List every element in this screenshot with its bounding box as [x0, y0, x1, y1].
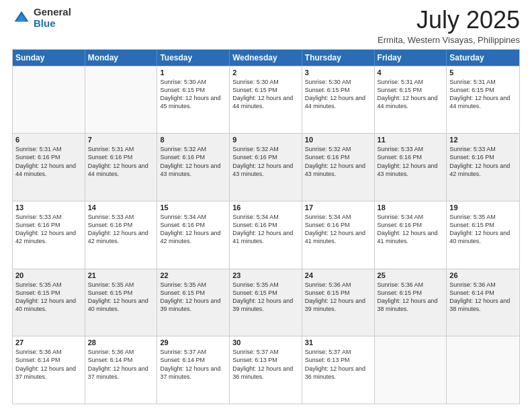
day-number: 8 — [160, 136, 226, 144]
day-number: 28 — [88, 338, 154, 347]
page: General Blue July 2025 Ermita, Western V… — [0, 0, 532, 411]
calendar-cell: 24Sunrise: 5:36 AM Sunset: 6:15 PM Dayli… — [302, 269, 375, 336]
calendar-cell: 8Sunrise: 5:32 AM Sunset: 6:16 PM Daylig… — [157, 134, 230, 201]
calendar-cell: 6Sunrise: 5:31 AM Sunset: 6:16 PM Daylig… — [13, 134, 85, 201]
day-number: 4 — [378, 68, 444, 77]
calendar-cell — [85, 66, 158, 134]
day-number: 11 — [378, 136, 444, 144]
title-block: July 2025 Ermita, Western Visayas, Phili… — [378, 7, 520, 45]
day-info: Sunrise: 5:30 AM Sunset: 6:15 PM Dayligh… — [160, 78, 226, 111]
calendar-cell: 28Sunrise: 5:36 AM Sunset: 6:14 PM Dayli… — [85, 336, 158, 404]
day-info: Sunrise: 5:36 AM Sunset: 6:15 PM Dayligh… — [305, 281, 371, 314]
calendar-header-cell: Wednesday — [230, 50, 302, 66]
calendar-cell: 18Sunrise: 5:34 AM Sunset: 6:16 PM Dayli… — [375, 201, 447, 269]
day-number: 24 — [305, 271, 371, 279]
calendar-cell: 21Sunrise: 5:35 AM Sunset: 6:15 PM Dayli… — [85, 269, 158, 336]
day-info: Sunrise: 5:36 AM Sunset: 6:14 PM Dayligh… — [15, 348, 82, 381]
day-info: Sunrise: 5:34 AM Sunset: 6:16 PM Dayligh… — [305, 213, 371, 246]
calendar-cell: 15Sunrise: 5:34 AM Sunset: 6:16 PM Dayli… — [157, 201, 230, 269]
day-number: 13 — [15, 203, 82, 212]
day-info: Sunrise: 5:36 AM Sunset: 6:14 PM Dayligh… — [88, 348, 154, 381]
day-number: 20 — [15, 271, 82, 279]
day-number: 30 — [232, 338, 299, 347]
calendar-cell: 3Sunrise: 5:30 AM Sunset: 6:15 PM Daylig… — [302, 66, 375, 134]
calendar-cell: 7Sunrise: 5:31 AM Sunset: 6:16 PM Daylig… — [85, 134, 158, 201]
logo-text: General Blue — [34, 7, 71, 29]
calendar-cell: 16Sunrise: 5:34 AM Sunset: 6:16 PM Dayli… — [230, 201, 302, 269]
day-info: Sunrise: 5:36 AM Sunset: 6:14 PM Dayligh… — [449, 281, 517, 314]
calendar-cell: 17Sunrise: 5:34 AM Sunset: 6:16 PM Dayli… — [302, 201, 375, 269]
day-number: 26 — [449, 271, 517, 279]
calendar-cell — [13, 66, 85, 134]
day-info: Sunrise: 5:33 AM Sunset: 6:16 PM Dayligh… — [88, 213, 154, 246]
calendar-cell: 4Sunrise: 5:31 AM Sunset: 6:15 PM Daylig… — [375, 66, 447, 134]
day-info: Sunrise: 5:37 AM Sunset: 6:13 PM Dayligh… — [305, 348, 371, 381]
day-number: 27 — [15, 338, 82, 347]
day-info: Sunrise: 5:32 AM Sunset: 6:16 PM Dayligh… — [160, 145, 226, 178]
subtitle: Ermita, Western Visayas, Philippines — [378, 35, 520, 45]
logo-general: General — [34, 7, 71, 18]
day-info: Sunrise: 5:30 AM Sunset: 6:15 PM Dayligh… — [305, 78, 371, 111]
day-info: Sunrise: 5:32 AM Sunset: 6:16 PM Dayligh… — [232, 145, 299, 178]
calendar-cell: 13Sunrise: 5:33 AM Sunset: 6:16 PM Dayli… — [13, 201, 85, 269]
calendar-body: 1Sunrise: 5:30 AM Sunset: 6:15 PM Daylig… — [13, 66, 519, 404]
calendar-header-cell: Thursday — [302, 50, 375, 66]
calendar-week-row: 20Sunrise: 5:35 AM Sunset: 6:15 PM Dayli… — [13, 269, 519, 336]
day-info: Sunrise: 5:37 AM Sunset: 6:14 PM Dayligh… — [160, 348, 226, 381]
day-info: Sunrise: 5:31 AM Sunset: 6:15 PM Dayligh… — [378, 78, 444, 111]
calendar-cell: 31Sunrise: 5:37 AM Sunset: 6:13 PM Dayli… — [302, 336, 375, 404]
day-info: Sunrise: 5:35 AM Sunset: 6:15 PM Dayligh… — [160, 281, 226, 314]
day-info: Sunrise: 5:35 AM Sunset: 6:15 PM Dayligh… — [449, 213, 517, 246]
calendar-header-cell: Sunday — [13, 50, 85, 66]
day-info: Sunrise: 5:35 AM Sunset: 6:15 PM Dayligh… — [15, 281, 82, 314]
day-number: 21 — [88, 271, 154, 279]
day-number: 12 — [449, 136, 517, 144]
day-number: 22 — [160, 271, 226, 279]
calendar-cell: 20Sunrise: 5:35 AM Sunset: 6:15 PM Dayli… — [13, 269, 85, 336]
day-number: 7 — [88, 136, 154, 144]
calendar-header-cell: Tuesday — [157, 50, 230, 66]
day-info: Sunrise: 5:34 AM Sunset: 6:16 PM Dayligh… — [160, 213, 226, 246]
calendar-cell: 2Sunrise: 5:30 AM Sunset: 6:15 PM Daylig… — [230, 66, 302, 134]
day-info: Sunrise: 5:31 AM Sunset: 6:15 PM Dayligh… — [449, 78, 517, 111]
logo: General Blue — [12, 7, 71, 29]
day-info: Sunrise: 5:31 AM Sunset: 6:16 PM Dayligh… — [15, 145, 82, 178]
day-number: 23 — [232, 271, 299, 279]
calendar-cell: 19Sunrise: 5:35 AM Sunset: 6:15 PM Dayli… — [447, 201, 519, 269]
day-number: 10 — [305, 136, 371, 144]
day-number: 5 — [449, 68, 517, 77]
day-info: Sunrise: 5:34 AM Sunset: 6:16 PM Dayligh… — [232, 213, 299, 246]
calendar-cell: 22Sunrise: 5:35 AM Sunset: 6:15 PM Dayli… — [157, 269, 230, 336]
day-number: 6 — [15, 136, 82, 144]
calendar-cell: 12Sunrise: 5:33 AM Sunset: 6:16 PM Dayli… — [447, 134, 519, 201]
calendar-cell — [375, 336, 447, 404]
logo-icon — [12, 9, 31, 28]
calendar-header-row: SundayMondayTuesdayWednesdayThursdayFrid… — [13, 50, 519, 66]
day-number: 29 — [160, 338, 226, 347]
calendar-cell: 14Sunrise: 5:33 AM Sunset: 6:16 PM Dayli… — [85, 201, 158, 269]
day-info: Sunrise: 5:35 AM Sunset: 6:15 PM Dayligh… — [232, 281, 299, 314]
calendar-cell: 23Sunrise: 5:35 AM Sunset: 6:15 PM Dayli… — [230, 269, 302, 336]
calendar-cell: 9Sunrise: 5:32 AM Sunset: 6:16 PM Daylig… — [230, 134, 302, 201]
day-number: 18 — [378, 203, 444, 212]
day-info: Sunrise: 5:34 AM Sunset: 6:16 PM Dayligh… — [378, 213, 444, 246]
logo-blue: Blue — [34, 18, 71, 30]
header: General Blue July 2025 Ermita, Western V… — [12, 7, 520, 45]
day-info: Sunrise: 5:35 AM Sunset: 6:15 PM Dayligh… — [88, 281, 154, 314]
calendar-cell: 5Sunrise: 5:31 AM Sunset: 6:15 PM Daylig… — [447, 66, 519, 134]
day-number: 3 — [305, 68, 371, 77]
calendar-cell: 1Sunrise: 5:30 AM Sunset: 6:15 PM Daylig… — [157, 66, 230, 134]
day-number: 15 — [160, 203, 226, 212]
day-number: 25 — [378, 271, 444, 279]
main-title: July 2025 — [378, 7, 520, 34]
day-number: 2 — [232, 68, 299, 77]
day-number: 14 — [88, 203, 154, 212]
day-number: 16 — [232, 203, 299, 212]
calendar-cell: 11Sunrise: 5:33 AM Sunset: 6:16 PM Dayli… — [375, 134, 447, 201]
day-number: 31 — [305, 338, 371, 347]
calendar: SundayMondayTuesdayWednesdayThursdayFrid… — [12, 49, 520, 404]
calendar-cell: 26Sunrise: 5:36 AM Sunset: 6:14 PM Dayli… — [447, 269, 519, 336]
day-info: Sunrise: 5:33 AM Sunset: 6:16 PM Dayligh… — [449, 145, 517, 178]
calendar-week-row: 6Sunrise: 5:31 AM Sunset: 6:16 PM Daylig… — [13, 133, 519, 201]
calendar-header-cell: Saturday — [447, 50, 519, 66]
